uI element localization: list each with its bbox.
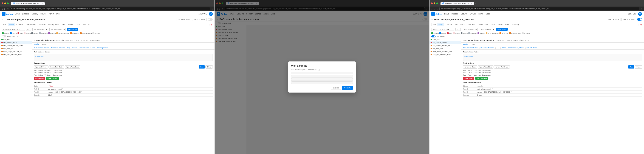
task-list-item[interactable]: task_with_resource_limits xyxy=(0,53,32,56)
detail-tab-details[interactable]: Details xyxy=(32,43,40,46)
toolbar-tab-calendar[interactable]: Calendar xyxy=(444,23,454,26)
sub-tab-rendered-template[interactable]: Rendered Template xyxy=(480,47,496,49)
active-tab[interactable]: 🌀 example_kubernetes_executo... ✕ xyxy=(11,2,45,5)
back-button[interactable]: ◀ xyxy=(2,8,3,10)
task-list-item[interactable]: base_image_override_task xyxy=(0,50,32,53)
maximize-window-button[interactable] xyxy=(436,2,438,4)
nav-link-docs[interactable]: Docs xyxy=(486,13,490,15)
refresh-button[interactable]: ↻ xyxy=(436,8,438,10)
sub-tab-xcom[interactable]: XCom xyxy=(72,47,78,49)
toolbar-tab-audit-log[interactable]: Audit Log xyxy=(82,23,91,26)
detail-tab-logs[interactable]: Logs xyxy=(470,43,477,46)
close-button[interactable]: Close xyxy=(206,65,213,69)
run-state-select[interactable]: All Run States xyxy=(50,28,66,31)
forward-button[interactable]: ▶ xyxy=(4,8,6,10)
mark-success-button[interactable]: Mark Success xyxy=(476,77,488,80)
dag-options-icon[interactable]: ⋮ xyxy=(208,24,210,26)
bookmark-button[interactable]: ☆ xyxy=(641,8,642,10)
back-button[interactable]: ◀ xyxy=(431,8,432,10)
auto-refresh-toggle[interactable] xyxy=(431,35,436,37)
copy-icon[interactable]: ⧉ xyxy=(81,91,82,93)
user-avatar[interactable]: AA xyxy=(638,12,642,16)
run-button[interactable]: Run xyxy=(199,65,205,69)
copy-icon[interactable]: ⧉ xyxy=(511,91,512,93)
refresh-button[interactable]: ↻ xyxy=(7,8,9,10)
url-input[interactable] xyxy=(10,7,210,10)
toolbar-tab-gantt[interactable]: Gantt xyxy=(60,23,67,26)
nav-link-security[interactable]: Security xyxy=(461,13,467,15)
run-type-select[interactable]: All Run Types xyxy=(462,28,478,31)
dag-options-icon[interactable]: ⋮ xyxy=(638,24,640,26)
task-list-item[interactable]: base_image_override_task xyxy=(430,50,461,53)
toolbar-tab-code[interactable]: Code xyxy=(504,23,510,26)
task-list-item[interactable]: start_task xyxy=(0,38,32,41)
copy-icon[interactable]: ⧉ xyxy=(492,88,493,90)
sub-tab-filter-upstream[interactable]: Filter Upstream xyxy=(526,47,538,49)
dag-delete-icon[interactable]: 🗑 xyxy=(211,24,213,26)
nav-link-datasets[interactable]: Datasets xyxy=(452,13,458,15)
detail-tab-details[interactable]: Details xyxy=(462,43,470,46)
toolbar-tab-details[interactable]: Details xyxy=(67,23,74,26)
modal-confirm-button[interactable]: Confirm xyxy=(342,86,353,90)
action-btn-ignore-task-deps[interactable]: Ignore Task Deps xyxy=(65,65,80,69)
auto-refresh-toggle[interactable] xyxy=(2,35,6,37)
mark-success-button[interactable]: Mark Success xyxy=(46,77,59,80)
toolbar-tab-grid[interactable]: Grid xyxy=(2,23,8,26)
close-window-button[interactable] xyxy=(431,2,433,4)
date-filter-input[interactable] xyxy=(2,28,25,31)
toolbar-tab-graph[interactable]: Graph xyxy=(437,23,444,26)
action-btn-ignore-all-deps[interactable]: Ignore All Deps xyxy=(34,65,48,69)
nav-link-dags[interactable]: DAGs xyxy=(444,13,449,15)
sub-tab-xcom[interactable]: XCom xyxy=(502,47,507,49)
minimize-window-button[interactable] xyxy=(4,2,6,4)
nav-link-dags[interactable]: DAGs xyxy=(15,13,20,15)
task-list-item[interactable]: start_task xyxy=(430,38,461,41)
sub-tab-list-instances,-all-runs[interactable]: List Instances, all runs xyxy=(79,47,96,49)
sub-tab-task-instance-details[interactable]: Task Instance Details xyxy=(463,47,480,49)
user-avatar[interactable]: AA xyxy=(209,12,213,16)
sub-tab-task-instance-details[interactable]: Task Instance Details xyxy=(34,47,50,49)
copy-icon[interactable]: ⧉ xyxy=(62,88,64,90)
task-list-item[interactable]: non_root_task xyxy=(430,47,461,50)
nav-link-admin[interactable]: Admin xyxy=(49,13,54,15)
action-btn-ignore-task-deps[interactable]: Ignore Task Deps xyxy=(494,65,510,69)
nav-link-datasets[interactable]: Datasets xyxy=(22,13,29,15)
toolbar-tab-task-tries[interactable]: Task Tries xyxy=(466,23,476,26)
dag-toggle[interactable] xyxy=(208,18,213,21)
toolbar-tab-audit-log[interactable]: Audit Log xyxy=(511,23,520,26)
nav-link-admin[interactable]: Admin xyxy=(478,13,483,15)
close-tab-button[interactable]: ✕ xyxy=(42,2,43,4)
toolbar-tab-calendar[interactable]: Calendar xyxy=(15,23,24,26)
action-btn-ignore-task-state[interactable]: Ignore Task State xyxy=(478,65,494,69)
new-tab-button[interactable]: + xyxy=(475,2,476,4)
url-input[interactable] xyxy=(440,7,640,10)
task-list-item[interactable]: task_with_resource_limits xyxy=(430,53,461,56)
dag-toggle[interactable] xyxy=(637,18,642,21)
new-tab-button[interactable]: + xyxy=(46,2,47,4)
toolbar-tab-grid[interactable]: Grid xyxy=(432,23,437,26)
detail-tab-logs[interactable]: Logs xyxy=(40,43,48,46)
nav-link-browse[interactable]: Browse xyxy=(470,13,476,15)
run-count-input[interactable] xyxy=(26,28,31,31)
action-btn-ignore-all-deps[interactable]: Ignore All Deps xyxy=(463,65,477,69)
task-list-item[interactable]: test_shared_volume_mount xyxy=(430,44,461,47)
sub-tab-log[interactable]: Log xyxy=(67,47,71,49)
nav-link-docs[interactable]: Docs xyxy=(56,13,60,15)
close-button[interactable]: Close xyxy=(635,65,642,69)
run-button[interactable]: Run xyxy=(628,65,634,69)
task-list-item[interactable]: test_volume_mount xyxy=(430,41,461,44)
toolbar-tab-task-duration[interactable]: Task Duration xyxy=(24,23,37,26)
toolbar-tab-landing-times[interactable]: Landing Times xyxy=(476,23,490,26)
toolbar-tab-gantt[interactable]: Gantt xyxy=(490,23,496,26)
maximize-window-button[interactable] xyxy=(7,2,9,4)
task-list-item[interactable]: non_root_task xyxy=(0,47,32,50)
toolbar-tab-code[interactable]: Code xyxy=(75,23,81,26)
sub-tab-rendered-template[interactable]: Rendered Template xyxy=(51,47,66,49)
nav-link-browse[interactable]: Browse xyxy=(40,13,46,15)
mark-failed-button[interactable]: Mark Failed xyxy=(463,77,474,80)
nav-link-security[interactable]: Security xyxy=(32,13,38,15)
task-list-item[interactable]: test_shared_volume_mount xyxy=(0,44,32,47)
mark-failed-button[interactable]: Mark Failed xyxy=(34,77,45,80)
toolbar-tab-graph[interactable]: Graph xyxy=(8,23,15,26)
minimize-window-button[interactable] xyxy=(434,2,435,4)
